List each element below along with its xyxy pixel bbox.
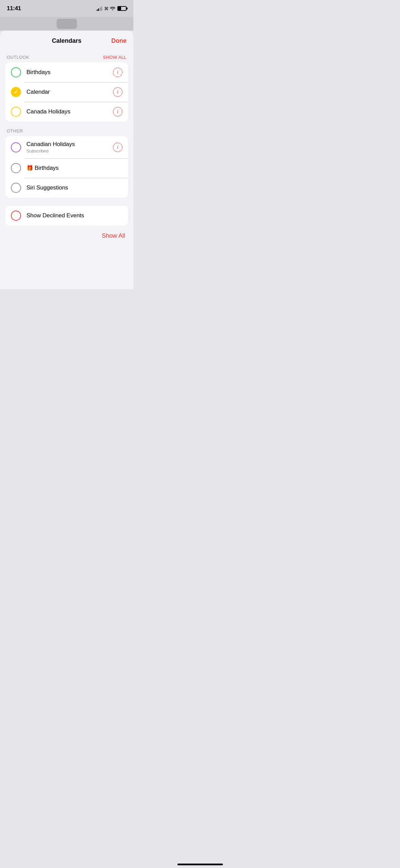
list-item[interactable]: 🎁Birthdays <box>5 158 128 178</box>
status-bar: 11:41 ⌘ <box>0 0 133 17</box>
item-content: Siri Suggestions <box>26 184 122 191</box>
wifi-icon: ⌘ <box>104 6 115 11</box>
outlook-section-label: OUTLOOK <box>7 55 29 60</box>
status-time: 11:41 <box>7 5 21 12</box>
list-item[interactable]: Show Declined Events <box>5 206 128 225</box>
item-title: Calendar <box>26 89 50 95</box>
modal-title: Calendars <box>52 37 81 44</box>
other-section-label: OTHER <box>7 128 23 133</box>
item-content: Canada Holidays <box>26 108 110 115</box>
list-item[interactable]: Siri Suggestions <box>5 178 128 198</box>
top-bar-dimmed <box>0 17 133 31</box>
center-pill <box>57 19 77 29</box>
circle-yellow-empty <box>11 107 21 117</box>
gift-icon: 🎁 <box>26 165 33 171</box>
list-item[interactable]: Birthdays i <box>5 62 128 82</box>
list-item[interactable]: Canada Holidays i <box>5 102 128 122</box>
item-subtitle: Subscribed <box>26 148 110 153</box>
info-icon: i <box>117 70 118 75</box>
info-icon: i <box>117 89 118 95</box>
info-icon: i <box>117 109 118 114</box>
declined-events-section: Show Declined Events <box>5 206 128 225</box>
circle-gray <box>11 183 21 193</box>
battery-icon <box>117 6 127 11</box>
done-button[interactable]: Done <box>111 37 127 44</box>
outlook-show-all-button[interactable]: SHOW ALL <box>103 55 127 60</box>
item-content: 🎁Birthdays <box>26 165 122 171</box>
info-button[interactable]: i <box>113 68 122 77</box>
item-content: Canadian Holidays Subscribed <box>26 141 110 153</box>
bottom-show-all-button[interactable]: Show All <box>102 232 125 239</box>
circle-green <box>11 67 21 77</box>
other-section-header: OTHER <box>5 128 128 136</box>
outlook-section: OUTLOOK SHOW ALL Birthdays i ✓ Cale <box>5 55 128 122</box>
item-title: Siri Suggestions <box>26 184 68 191</box>
other-section: OTHER Canadian Holidays Subscribed i 🎁Bi… <box>5 128 128 198</box>
circle-purple <box>11 142 21 152</box>
info-button[interactable]: i <box>113 107 122 116</box>
modal-header: Calendars Done <box>0 31 133 48</box>
item-title: Canadian Holidays <box>26 141 75 147</box>
declined-events-title: Show Declined Events <box>26 212 84 219</box>
outlook-list: Birthdays i ✓ Calendar i <box>5 62 128 122</box>
item-content: Show Declined Events <box>26 212 122 219</box>
info-button[interactable]: i <box>113 143 122 152</box>
modal-sheet: Calendars Done OUTLOOK SHOW ALL Birthday… <box>0 31 133 289</box>
item-title: Canada Holidays <box>26 108 70 115</box>
item-title: Birthdays <box>35 165 59 171</box>
circle-yellow-checked: ✓ <box>11 87 21 97</box>
list-item[interactable]: Canadian Holidays Subscribed i <box>5 136 128 158</box>
item-content: Birthdays <box>26 69 110 76</box>
declined-events-list: Show Declined Events <box>5 206 128 225</box>
item-content: Calendar <box>26 89 110 95</box>
other-list: Canadian Holidays Subscribed i 🎁Birthday… <box>5 136 128 198</box>
item-title: Birthdays <box>26 69 51 75</box>
status-icons: ⌘ <box>97 6 127 11</box>
signal-icon <box>97 6 102 11</box>
circle-red <box>11 211 21 221</box>
circle-gray <box>11 163 21 173</box>
list-item[interactable]: ✓ Calendar i <box>5 82 128 102</box>
bottom-show-all: Show All <box>0 225 133 239</box>
info-button[interactable]: i <box>113 87 122 97</box>
outlook-section-header: OUTLOOK SHOW ALL <box>5 55 128 62</box>
checkmark-icon: ✓ <box>14 89 18 95</box>
info-icon: i <box>117 145 118 150</box>
